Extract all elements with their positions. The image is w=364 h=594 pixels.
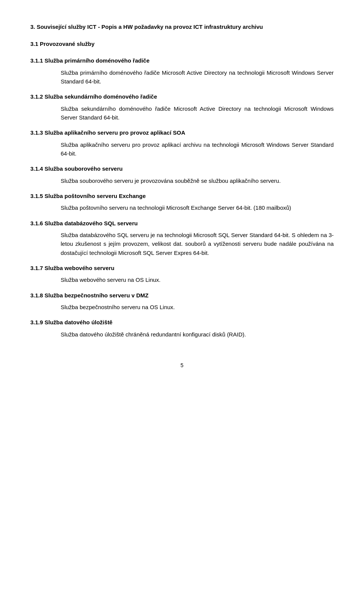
page-footer: 5 — [30, 361, 334, 369]
main-heading-block: 3. Související služby ICT - Popis a HW p… — [30, 23, 334, 31]
page-content: 3. Související služby ICT - Popis a HW p… — [30, 23, 334, 369]
subsection-body-3.1.2: Služba sekundárního doménového řadiče Mi… — [61, 104, 334, 122]
subsection-body-3.1.8: Služba bezpečnostního serveru na OS Linu… — [61, 303, 334, 311]
subsection-heading-3.1.4: 3.1.4 Služba souborového serveru — [30, 165, 334, 173]
subsection-heading-3.1.8: 3.1.8 Služba bezpečnostního serveru v DM… — [30, 291, 334, 300]
subsection-heading-3.1.5: 3.1.5 Služba poštovního serveru Exchange — [30, 192, 334, 201]
subsection-body-indent-3.1.6: Služba databázového SQL serveru je na te… — [61, 231, 334, 257]
section-3-1-heading: 3.1 Provozované služby — [30, 40, 334, 49]
subsection-body-3.1.9: Služba datového úložiště chráněná redund… — [61, 330, 334, 339]
subsection-3.1.8: 3.1.8 Služba bezpečnostního serveru v DM… — [30, 291, 334, 312]
subsection-body-3.1.5: Služba poštovního serveru na technologii… — [61, 203, 334, 212]
subsection-3.1.3: 3.1.3 Služba aplikačního serveru pro pro… — [30, 129, 334, 158]
subsection-3.1.6: 3.1.6 Služba databázového SQL serveruSlu… — [30, 219, 334, 257]
subsection-body-indent-3.1.5: Služba poštovního serveru na technologii… — [61, 203, 334, 212]
subsection-heading-3.1.7: 3.1.7 Služba webového serveru — [30, 264, 334, 273]
subsection-heading-3.1.1: 3.1.1 Služba primárního doménového řadič… — [30, 57, 334, 65]
page-number: 5 — [180, 362, 184, 368]
subsections-container: 3.1.1 Služba primárního doménového řadič… — [30, 57, 334, 339]
subsection-body-3.1.3: Služba aplikačního serveru pro provoz ap… — [61, 140, 334, 158]
subsection-3.1.5: 3.1.5 Služba poštovního serveru Exchange… — [30, 192, 334, 212]
subsection-heading-3.1.3: 3.1.3 Služba aplikačního serveru pro pro… — [30, 129, 334, 137]
subsection-body-3.1.6: Služba databázového SQL serveru je na te… — [61, 231, 334, 257]
subsection-3.1.7: 3.1.7 Služba webového serveruSlužba webo… — [30, 264, 334, 284]
subsection-body-indent-3.1.8: Služba bezpečnostního serveru na OS Linu… — [61, 303, 334, 311]
subsection-body-3.1.4: Služba souborového serveru je provozován… — [61, 176, 334, 185]
main-heading: 3. Související služby ICT - Popis a HW p… — [30, 23, 334, 31]
subsection-heading-3.1.2: 3.1.2 Služba sekundárního doménového řad… — [30, 93, 334, 101]
subsection-3.1.9: 3.1.9 Služba datového úložištěSlužba dat… — [30, 318, 334, 339]
subsection-body-indent-3.1.1: Služba primárního doménového řadiče Micr… — [61, 68, 334, 86]
subsection-body-3.1.1: Služba primárního doménového řadiče Micr… — [61, 68, 334, 86]
subsection-heading-3.1.6: 3.1.6 Služba databázového SQL serveru — [30, 219, 334, 228]
section-3-1-block: 3.1 Provozované služby — [30, 40, 334, 49]
subsection-body-indent-3.1.2: Služba sekundárního doménového řadiče Mi… — [61, 104, 334, 122]
subsection-3.1.1: 3.1.1 Služba primárního doménového řadič… — [30, 57, 334, 86]
subsection-body-indent-3.1.4: Služba souborového serveru je provozován… — [61, 176, 334, 185]
subsection-body-indent-3.1.3: Služba aplikačního serveru pro provoz ap… — [61, 140, 334, 158]
subsection-3.1.4: 3.1.4 Služba souborového serveruSlužba s… — [30, 165, 334, 185]
subsection-heading-3.1.9: 3.1.9 Služba datového úložiště — [30, 318, 334, 327]
subsection-body-indent-3.1.9: Služba datového úložiště chráněná redund… — [61, 330, 334, 339]
subsection-body-3.1.7: Služba webového serveru na OS Linux. — [61, 275, 334, 284]
subsection-3.1.2: 3.1.2 Služba sekundárního doménového řad… — [30, 93, 334, 122]
subsection-body-indent-3.1.7: Služba webového serveru na OS Linux. — [61, 275, 334, 284]
